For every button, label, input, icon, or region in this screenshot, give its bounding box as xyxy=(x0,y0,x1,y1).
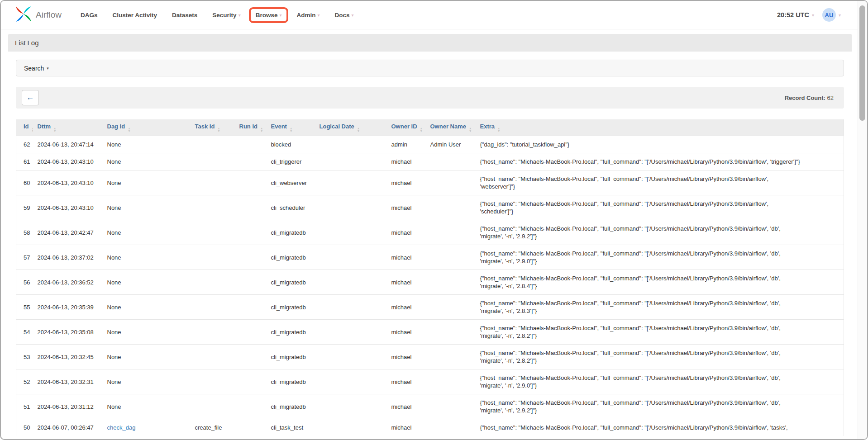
cell-id: 60 xyxy=(16,170,33,195)
panel-body: Search ▾ ← Record Count: 62 xyxy=(8,52,852,436)
cell-event: cli_migratedb xyxy=(267,320,315,345)
cell-owner-name xyxy=(426,345,476,369)
cell-id: 55 xyxy=(16,295,33,320)
cell-extra: {"host_name": "Michaels-MacBook-Pro.loca… xyxy=(476,295,844,320)
cell-dttm: 2024-06-13, 20:31:12 xyxy=(33,394,103,419)
cell-run-id xyxy=(235,345,267,369)
table-row: 512024-06-13, 20:31:12Nonecli_migratedbm… xyxy=(16,394,844,419)
nav-item-security[interactable]: Security▾ xyxy=(212,12,240,19)
table-row: 542024-06-13, 20:35:08Nonecli_migratedbm… xyxy=(16,320,844,345)
caret-down-icon: ▾ xyxy=(47,66,49,71)
cell-id: 53 xyxy=(16,345,33,369)
nav-item-cluster-activity[interactable]: Cluster Activity xyxy=(113,12,157,19)
sort-desc-icon: ▼ xyxy=(260,130,263,132)
sort-desc-icon: ▼ xyxy=(53,130,56,132)
column-header-label: Extra xyxy=(480,123,495,130)
cell-dttm: 2024-06-13, 20:32:45 xyxy=(33,345,103,369)
dag-link[interactable]: check_dag xyxy=(107,424,136,431)
column-header-run-id[interactable]: Run Id▲▼ xyxy=(235,119,267,136)
table-row: 562024-06-13, 20:36:52Nonecli_migratedbm… xyxy=(16,270,844,295)
cell-owner-id: michael xyxy=(387,153,426,170)
sort-desc-icon: ▼ xyxy=(128,130,130,132)
cell-owner-id: michael xyxy=(387,195,426,220)
nav-item-dags[interactable]: DAGs xyxy=(81,12,98,19)
cell-task-id xyxy=(191,270,235,295)
sort-icon: ▲▼ xyxy=(260,127,263,132)
cell-dttm: 2024-06-13, 20:35:08 xyxy=(33,320,103,345)
nav-item-admin[interactable]: Admin▾ xyxy=(296,12,320,19)
column-header-event[interactable]: Event▲▼ xyxy=(267,119,315,136)
cell-dttm: 2024-06-13, 20:36:52 xyxy=(33,270,103,295)
sort-desc-icon: ▼ xyxy=(32,130,33,132)
cell-owner-name xyxy=(426,220,476,245)
sort-desc-icon: ▼ xyxy=(217,130,220,132)
table-row: 612024-06-13, 20:43:10Nonecli_triggererm… xyxy=(16,153,844,170)
table-row: 582024-06-13, 20:42:47Nonecli_migratedbm… xyxy=(16,220,844,245)
nav-items: DAGsCluster ActivityDatasetsSecurity▾Bro… xyxy=(81,12,354,19)
cell-extra: {"host_name": "Michaels-MacBook-Pro.loca… xyxy=(476,170,844,195)
sort-icon: ▲▼ xyxy=(128,127,130,132)
cell-run-id xyxy=(235,195,267,220)
cell-dttm: 2024-06-13, 20:43:10 xyxy=(33,153,103,170)
cell-run-id xyxy=(235,419,267,436)
cell-event: cli_migratedb xyxy=(267,220,315,245)
vertical-scrollbar-thumb[interactable] xyxy=(859,5,865,121)
cell-dttm: 2024-06-07, 00:26:47 xyxy=(33,419,103,436)
search-dropdown[interactable]: Search ▾ xyxy=(16,60,844,76)
table-row: 572024-06-13, 20:37:02Nonecli_migratedbm… xyxy=(16,245,844,270)
column-header-id[interactable]: Id▲▼ xyxy=(16,119,33,136)
cell-owner-name xyxy=(426,170,476,195)
nav-item-datasets[interactable]: Datasets xyxy=(172,12,197,19)
cell-task-id xyxy=(191,245,235,270)
cell-owner-id: michael xyxy=(387,245,426,270)
sort-icon: ▲▼ xyxy=(497,127,500,132)
cell-dag-id: None xyxy=(103,245,191,270)
column-header-task-id[interactable]: Task Id▲▼ xyxy=(191,119,235,136)
table-body: 622024-06-13, 20:47:14NoneblockedadminAd… xyxy=(16,136,844,436)
cell-event: cli_migratedb xyxy=(267,345,315,369)
cell-owner-name xyxy=(426,295,476,320)
airflow-brand[interactable]: Airflow xyxy=(14,5,62,25)
brand-name: Airflow xyxy=(36,10,62,20)
cell-extra: {"host_name": "Michaels-MacBook-Pro.loca… xyxy=(476,320,844,345)
cell-dttm: 2024-06-13, 20:42:47 xyxy=(33,220,103,245)
sort-desc-icon: ▼ xyxy=(290,130,292,132)
cell-owner-name xyxy=(426,153,476,170)
caret-down-icon: ▾ xyxy=(279,13,281,18)
table-row: 552024-06-13, 20:35:39Nonecli_migratedbm… xyxy=(16,295,844,320)
clock-display[interactable]: 20:52 UTC xyxy=(777,11,809,19)
cell-extra: {"host_name": "Michaels-MacBook-Pro.loca… xyxy=(476,195,844,220)
cell-run-id xyxy=(235,153,267,170)
cell-logical-date xyxy=(315,320,387,345)
cell-task-id xyxy=(191,170,235,195)
cell-task-id xyxy=(191,394,235,419)
sort-icon: ▲▼ xyxy=(32,127,33,132)
cell-owner-name: Admin User xyxy=(426,136,476,153)
cell-task-id xyxy=(191,153,235,170)
cell-logical-date xyxy=(315,394,387,419)
cell-id: 56 xyxy=(16,270,33,295)
nav-item-docs[interactable]: Docs▾ xyxy=(335,12,354,19)
cell-dag-id: None xyxy=(103,220,191,245)
table-row: 522024-06-13, 20:32:31Nonecli_migratedbm… xyxy=(16,369,844,394)
cell-owner-name xyxy=(426,320,476,345)
sort-desc-icon: ▼ xyxy=(357,130,360,132)
back-button[interactable]: ← xyxy=(22,90,39,105)
cell-dag-id: None xyxy=(103,153,191,170)
column-header-extra[interactable]: Extra▲▼ xyxy=(476,119,844,136)
cell-task-id xyxy=(191,320,235,345)
column-header-dag-id[interactable]: Dag Id▲▼ xyxy=(103,119,191,136)
column-header-owner-name[interactable]: Owner Name▲▼ xyxy=(426,119,476,136)
column-header-logical-date[interactable]: Logical Date▲▼ xyxy=(315,119,387,136)
column-header-dttm[interactable]: Dttm▲▼ xyxy=(33,119,103,136)
caret-down-icon: ▾ xyxy=(238,13,241,18)
avatar[interactable]: AU xyxy=(822,8,836,22)
cell-event: cli_migratedb xyxy=(267,295,315,320)
nav-item-browse[interactable]: Browse▾ xyxy=(256,12,282,19)
column-header-label: Owner Name xyxy=(430,123,466,130)
column-header-owner-id[interactable]: Owner ID▲▼ xyxy=(387,119,426,136)
cell-dttm: 2024-06-13, 20:37:02 xyxy=(33,245,103,270)
table-header-row: Id▲▼Dttm▲▼Dag Id▲▼Task Id▲▼Run Id▲▼Event… xyxy=(16,119,844,136)
cell-dag-id: None xyxy=(103,394,191,419)
navbar-right: 20:52 UTC ▾ AU ▾ xyxy=(777,8,841,22)
